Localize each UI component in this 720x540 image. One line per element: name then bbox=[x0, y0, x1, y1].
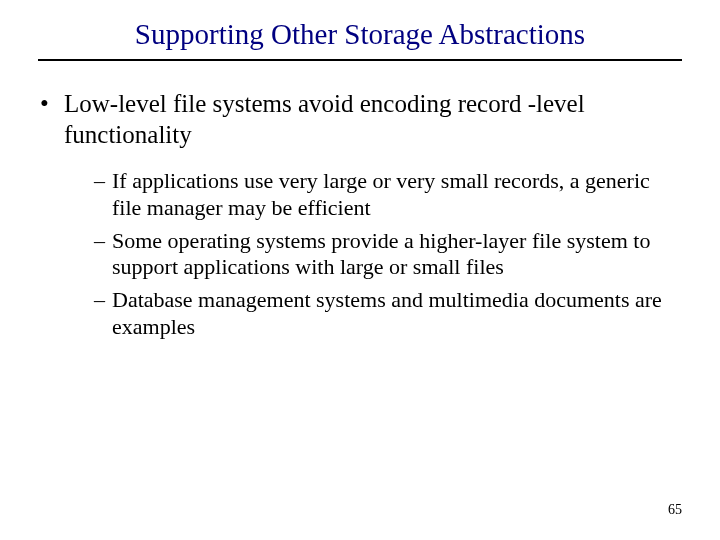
main-bullet: Low-level file systems avoid encoding re… bbox=[38, 89, 682, 150]
sub-bullet-list: If applications use very large or very s… bbox=[38, 168, 682, 341]
slide-title: Supporting Other Storage Abstractions bbox=[38, 18, 682, 51]
page-number: 65 bbox=[668, 502, 682, 518]
slide: Supporting Other Storage Abstractions Lo… bbox=[0, 0, 720, 540]
sub-bullet: Database management systems and multimed… bbox=[94, 287, 682, 341]
sub-bullet: If applications use very large or very s… bbox=[94, 168, 682, 222]
sub-bullet: Some operating systems provide a higher-… bbox=[94, 228, 682, 282]
title-underline bbox=[38, 59, 682, 61]
